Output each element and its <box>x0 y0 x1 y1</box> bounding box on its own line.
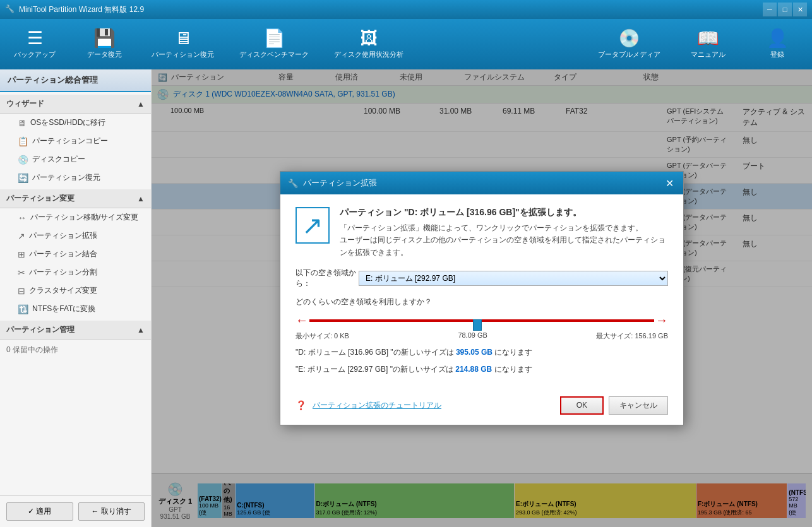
partition-manage-section-header: パーティション管理 ▲ <box>0 321 151 340</box>
wizard-section-header: ウィザード ▲ <box>0 95 151 114</box>
cancel-button[interactable]: ← 取り消す <box>78 502 145 521</box>
toolbar-bootable[interactable]: 💿 ブータブルメディア <box>598 30 660 59</box>
apply-button[interactable]: ✓ 適用 <box>6 502 73 521</box>
toolbar: ☰ バックアップ 💾 データ復元 🖥 パーティション復元 📄 ディスクベンチマー… <box>0 19 812 69</box>
window-controls: ─ □ ✕ <box>763 3 807 16</box>
backup-label: バックアップ <box>14 50 56 59</box>
sidebar: パーティション総合管理 ウィザード ▲ 🖥 OSをSSD/HDDに移行 📋 パー… <box>0 69 152 527</box>
ok-button[interactable]: OK <box>560 396 604 415</box>
slider-row: どのくらいの空き領域を利用しますか？ ← → 最小サイズ: 0 KB 78.09… <box>296 297 668 341</box>
move-resize-icon: ↔ <box>18 213 27 223</box>
partition-change-section-header: パーティション変更 ▲ <box>0 189 151 208</box>
toolbar-right: 💿 ブータブルメディア 📖 マニュアル 👤 登録 <box>598 30 799 59</box>
sidebar-bottom: ✓ 適用 ← 取り消す <box>0 495 151 527</box>
modal-footer: ❓ パーティション拡張のチュートリアル OK キャンセル <box>280 390 683 425</box>
extend-icon: ↗ <box>18 231 25 241</box>
slider-container: ← → <box>296 311 668 330</box>
app-icon: 🔧 <box>5 4 15 15</box>
modal-header-row: ↗ パーティション "D: ボリューム [316.96 GB]"を拡張します。 … <box>296 207 668 259</box>
modal-heading: パーティション "D: ボリューム [316.96 GB]"を拡張します。 <box>340 207 668 218</box>
partition-copy-icon: 📋 <box>18 136 28 146</box>
sidebar-item-split[interactable]: ✂ パーティション分割 <box>0 263 151 281</box>
modal-desc1: 「パーティション拡張」機能によって、ワンクリックでパーティションを拡張できます。 <box>340 222 668 234</box>
partition-restore-icon: 🔄 <box>18 173 28 183</box>
bootable-icon: 💿 <box>618 30 640 47</box>
slider-max-label: 最大サイズ: 156.19 GB <box>596 331 668 341</box>
e-new-size-row: "E: ボリューム [292.97 GB] "の新しいサイズは 214.88 G… <box>296 364 668 375</box>
ntfs-fat-icon: 🔃 <box>18 304 28 314</box>
content-area: 🔄 パーティション 容量 使用済 未使用 ファイルシステム タイプ 状態 💿 デ… <box>152 69 812 527</box>
modal-footer-buttons: OK キャンセル <box>560 396 668 415</box>
maximize-button[interactable]: □ <box>778 3 792 16</box>
disk-benchmark-icon: 📄 <box>263 30 285 47</box>
sidebar-item-ntfs-fat[interactable]: 🔃 NTFSをFATに変換 <box>0 300 151 318</box>
data-recovery-label: データ復元 <box>87 50 122 59</box>
d-new-size-value: 395.05 GB <box>456 348 493 357</box>
backup-icon: ☰ <box>27 30 43 47</box>
manual-label: マニュアル <box>691 50 725 59</box>
cancel-dialog-button[interactable]: キャンセル <box>609 396 668 415</box>
toolbar-partition-recovery[interactable]: 🖥 パーティション復元 <box>152 30 214 59</box>
slider-values: 最小サイズ: 0 KB 78.09 GB 最大サイズ: 156.19 GB <box>296 331 668 341</box>
e-new-size-value: 214.88 GB <box>455 365 492 374</box>
minimize-button[interactable]: ─ <box>763 3 777 16</box>
merge-icon: ⊞ <box>18 249 25 259</box>
main-container: パーティション総合管理 ウィザード ▲ 🖥 OSをSSD/HDDに移行 📋 パー… <box>0 69 812 527</box>
partition-recovery-icon: 🖥 <box>174 30 192 47</box>
slider-left-arrow: ← <box>296 313 308 328</box>
app-title: MiniTool Partition Wizard 無料版 12.9 <box>19 4 763 15</box>
sidebar-item-move-resize[interactable]: ↔ パーティション移動/サイズ変更 <box>0 208 151 227</box>
manual-icon: 📖 <box>697 30 719 47</box>
cluster-icon: ⊟ <box>18 286 25 296</box>
slider-min-label: 最小サイズ: 0 KB <box>296 331 349 341</box>
modal-expand-icon: ↗ <box>296 207 330 244</box>
help-icon: ❓ <box>296 400 306 410</box>
sidebar-tab: パーティション総合管理 <box>0 69 151 92</box>
partition-recovery-label: パーティション復元 <box>152 50 214 59</box>
sidebar-item-disk-copy[interactable]: 💿 ディスクコピー <box>0 150 151 169</box>
modal-description: パーティション "D: ボリューム [316.96 GB]"を拡張します。 「パ… <box>340 207 668 259</box>
sidebar-item-merge[interactable]: ⊞ パーティション結合 <box>0 245 151 263</box>
source-field-row: 以下の空き領域から： E: ボリューム [292.97 GB] <box>296 268 668 289</box>
modal-titlebar: 🔧 パーティション拡張 ✕ <box>280 172 683 194</box>
toolbar-disk-analysis[interactable]: 🖼 ディスク使用状況分析 <box>334 30 403 59</box>
d-new-size-row: "D: ボリューム [316.96 GB] "の新しいサイズは 395.05 G… <box>296 347 668 358</box>
toolbar-register[interactable]: 👤 登録 <box>755 30 799 59</box>
sidebar-item-extend[interactable]: ↗ パーティション拡張 <box>0 227 151 245</box>
tutorial-link[interactable]: パーティション拡張のチュートリアル <box>313 400 441 411</box>
pending-ops: 0 保留中の操作 <box>0 340 151 360</box>
os-migrate-icon: 🖥 <box>18 118 27 128</box>
sidebar-item-os-migrate[interactable]: 🖥 OSをSSD/HDDに移行 <box>0 114 151 132</box>
toolbar-backup[interactable]: ☰ バックアップ <box>13 30 57 59</box>
toolbar-manual[interactable]: 📖 マニュアル <box>686 30 730 59</box>
split-icon: ✂ <box>18 268 25 278</box>
slider-right-arrow: → <box>655 313 668 328</box>
disk-copy-icon: 💿 <box>18 155 28 165</box>
modal-close-button[interactable]: ✕ <box>663 177 676 189</box>
register-icon: 👤 <box>767 30 789 47</box>
modal-dialog: 🔧 パーティション拡張 ✕ ↗ パーティション "D: ボリューム [316.9… <box>280 171 684 425</box>
modal-overlay: 🔧 パーティション拡張 ✕ ↗ パーティション "D: ボリューム [316.9… <box>152 69 812 527</box>
modal-desc2: ユーザーは同じディスク上の他のパーティションの空き領域を利用して指定されたパーテ… <box>340 234 668 258</box>
sidebar-item-partition-copy[interactable]: 📋 パーティションコピー <box>0 132 151 150</box>
modal-body: ↗ パーティション "D: ボリューム [316.96 GB]"を拡張します。 … <box>280 194 683 390</box>
slider-thumb[interactable] <box>473 319 482 331</box>
toolbar-disk-benchmark[interactable]: 📄 ディスクベンチマーク <box>239 30 309 59</box>
data-recovery-icon: 💾 <box>93 30 116 47</box>
modal-title: 🔧 パーティション拡張 <box>288 177 377 189</box>
disk-analysis-icon: 🖼 <box>360 30 378 47</box>
sidebar-item-partition-restore[interactable]: 🔄 パーティション復元 <box>0 169 151 187</box>
source-select[interactable]: E: ボリューム [292.97 GB] <box>359 271 668 286</box>
disk-benchmark-label: ディスクベンチマーク <box>239 50 309 59</box>
source-label: 以下の空き領域から： <box>296 268 359 289</box>
bootable-label: ブータブルメディア <box>598 50 660 59</box>
close-button[interactable]: ✕ <box>793 3 807 16</box>
slider-label: どのくらいの空き領域を利用しますか？ <box>296 297 668 307</box>
sidebar-item-cluster[interactable]: ⊟ クラスタサイズ変更 <box>0 281 151 300</box>
slider-center-value: 78.09 GB <box>458 331 487 341</box>
modal-title-icon: 🔧 <box>288 179 298 188</box>
register-label: 登録 <box>770 50 784 59</box>
toolbar-data-recovery[interactable]: 💾 データ復元 <box>82 30 126 59</box>
titlebar: 🔧 MiniTool Partition Wizard 無料版 12.9 ─ □… <box>0 0 812 19</box>
disk-analysis-label: ディスク使用状況分析 <box>334 50 403 59</box>
